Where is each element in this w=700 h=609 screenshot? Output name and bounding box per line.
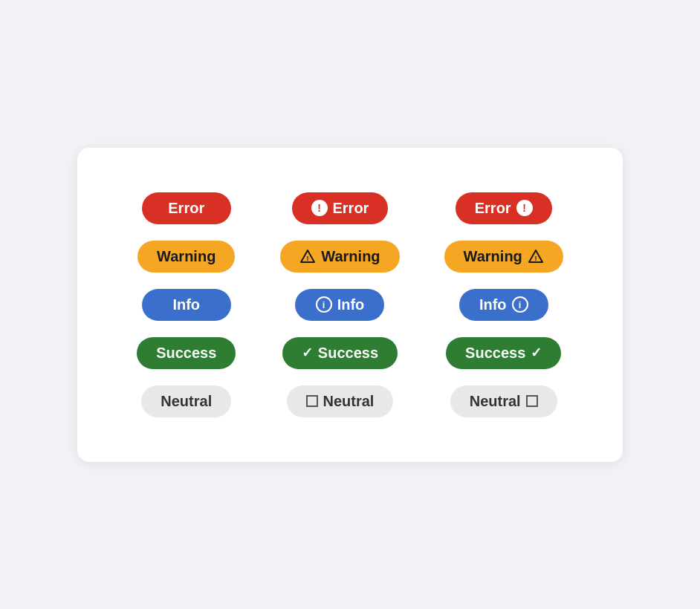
badge-info-icon-left: i Info: [295, 289, 384, 321]
badge-warning-icon-left: ! Warning: [280, 241, 399, 273]
info-icon: i: [316, 296, 332, 313]
check-icon: ✓: [302, 345, 313, 361]
badge-warning-icon-right: Warning !: [444, 241, 563, 273]
badge-success-plain: Success: [137, 337, 236, 369]
badge-label: Success: [318, 345, 378, 362]
error-icon: !: [516, 200, 533, 216]
badge-info-icon-right: Info i: [459, 289, 548, 321]
square-icon: [306, 395, 318, 407]
badge-success-icon-left: ✓ Success: [282, 337, 398, 369]
info-icon: i: [512, 296, 528, 313]
badge-label: Success: [465, 345, 525, 362]
badge-neutral-icon-left: Neutral: [287, 385, 394, 417]
column-icon-right: Error ! Warning ! Info i Success ✓ Neutr…: [444, 192, 563, 417]
badge-neutral-icon-right: Neutral: [450, 385, 557, 417]
badge-label: Neutral: [470, 393, 521, 410]
badge-error-icon-left: ! Error: [292, 192, 389, 224]
badge-label: Warning: [321, 248, 380, 265]
badge-success-icon-right: Success ✓: [446, 337, 561, 369]
badge-error-plain: Error: [142, 192, 231, 224]
badge-label: Info: [479, 296, 507, 313]
warning-icon: !: [299, 248, 316, 264]
svg-text:!: !: [534, 255, 537, 262]
badge-label: Error: [475, 200, 511, 217]
badge-label: Info: [337, 296, 365, 313]
badge-info-plain: Info: [142, 289, 231, 321]
badge-label: Neutral: [161, 393, 212, 410]
column-no-icon: Error Warning Info Success Neutral: [137, 192, 236, 417]
svg-text:!: !: [307, 255, 309, 262]
badge-label: Warning: [157, 248, 215, 265]
badge-label: Error: [333, 200, 369, 217]
warning-icon: !: [528, 248, 544, 264]
badge-showcase: Error Warning Info Success Neutral ! Err…: [77, 148, 623, 462]
check-icon: ✓: [531, 345, 542, 361]
badge-label: Info: [172, 296, 200, 313]
square-icon: [526, 395, 538, 407]
badge-label: Warning: [464, 248, 522, 265]
column-icon-left: ! Error ! Warning i Info ✓ Success Neutr…: [280, 192, 399, 417]
badge-error-icon-right: Error !: [456, 192, 552, 224]
badge-label: Success: [156, 345, 216, 362]
badge-neutral-plain: Neutral: [141, 385, 231, 417]
badge-warning-plain: Warning: [137, 241, 235, 273]
badge-label: Error: [168, 200, 204, 217]
badge-label: Neutral: [323, 393, 375, 410]
error-icon: !: [311, 200, 328, 216]
